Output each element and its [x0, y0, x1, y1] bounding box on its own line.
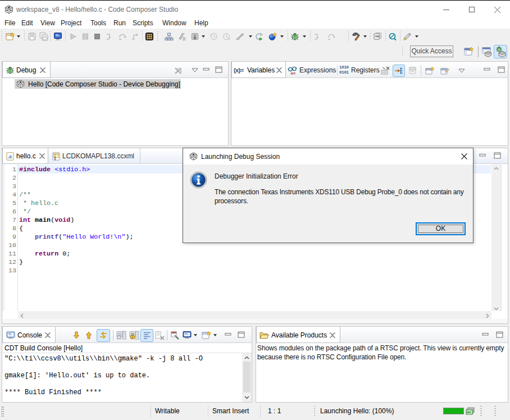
- svg-text:x=: x=: [291, 71, 296, 75]
- svg-text:.c: .c: [8, 154, 12, 159]
- svg-text:t: t: [54, 156, 56, 161]
